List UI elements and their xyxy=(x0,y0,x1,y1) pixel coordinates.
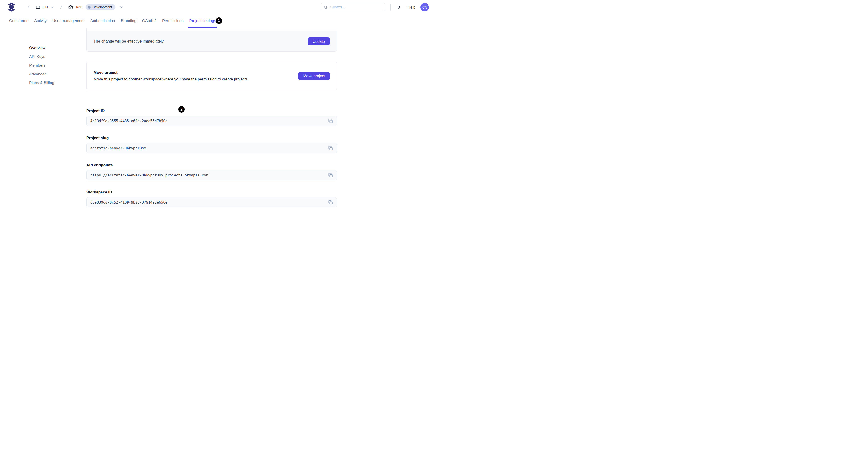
package-icon xyxy=(68,5,73,10)
chevron-down-icon xyxy=(50,5,54,9)
annotation-badge-2: 2 xyxy=(178,106,185,113)
settings-main: The change will be effective immediately… xyxy=(86,28,337,208)
move-project-button[interactable]: Move project xyxy=(298,72,330,80)
sidebar-item-api-keys[interactable]: API Keys xyxy=(29,55,86,59)
move-project-description: Move this project to another workspace w… xyxy=(94,77,249,82)
sidebar-item-plans-billing[interactable]: Plans & Billing xyxy=(29,81,86,85)
project-slug-value: ecstatic-beaver-0hkvpcr3sy xyxy=(90,146,146,150)
project-switcher[interactable]: Test Development xyxy=(68,4,123,10)
tab-branding[interactable]: Branding xyxy=(121,14,137,28)
copy-button[interactable] xyxy=(328,118,333,124)
annotation-badge-1: 1 xyxy=(216,18,222,24)
breadcrumb-separator: / xyxy=(60,4,62,10)
project-slug-field: ecstatic-beaver-0hkvpcr3sy xyxy=(86,143,337,153)
sidebar-item-overview[interactable]: Overview xyxy=(29,46,86,50)
copy-button[interactable] xyxy=(328,200,333,205)
play-button[interactable] xyxy=(396,4,402,10)
copy-button[interactable] xyxy=(328,145,333,151)
copy-icon xyxy=(328,173,333,178)
project-id-value: 4b13df9d-3555-4485-a62a-2adc55d7b50c xyxy=(90,119,167,123)
sidebar-item-members[interactable]: Members xyxy=(29,63,86,68)
update-card-footer: The change will be effective immediately… xyxy=(87,31,337,52)
chevron-down-icon xyxy=(120,5,123,9)
breadcrumb-separator: / xyxy=(27,4,30,10)
environment-label: Development xyxy=(92,5,112,9)
update-card: The change will be effective immediately… xyxy=(86,28,337,52)
ory-console-page: / CB / Test xyxy=(0,0,434,230)
tab-activity[interactable]: Activity xyxy=(34,14,47,28)
update-button[interactable]: Update xyxy=(308,37,330,45)
project-id-label: Project ID xyxy=(86,109,337,113)
api-endpoints-value: https://ecstatic-beaver-0hkvpcr3sy.proje… xyxy=(90,173,208,177)
api-endpoints-field: https://ecstatic-beaver-0hkvpcr3sy.proje… xyxy=(86,170,337,180)
project-name: Test xyxy=(75,5,83,9)
help-link[interactable]: Help xyxy=(408,5,415,9)
environment-dot-icon xyxy=(88,6,91,8)
tab-oauth2[interactable]: OAuth 2 xyxy=(142,14,157,28)
workspace-id-label: Workspace ID xyxy=(86,190,337,195)
ory-logo-icon xyxy=(8,2,16,12)
search-box[interactable] xyxy=(320,3,385,11)
copy-icon xyxy=(328,146,333,151)
tab-permissions[interactable]: Permissions xyxy=(162,14,184,28)
project-slug-section: Project slug ecstatic-beaver-0hkvpcr3sy xyxy=(86,136,337,153)
project-id-field: 4b13df9d-3555-4485-a62a-2adc55d7b50c xyxy=(86,116,337,126)
api-endpoints-label: API endpoints xyxy=(86,163,337,167)
search-icon xyxy=(323,5,328,9)
avatar[interactable]: CN xyxy=(421,3,429,11)
workspace-id-field: 6de839da-8c52-4109-9b28-3791492e650e xyxy=(86,197,337,208)
api-endpoints-section: API endpoints https://ecstatic-beaver-0h… xyxy=(86,163,337,180)
project-id-section: Project ID 4b13df9d-3555-4485-a62a-2adc5… xyxy=(86,109,337,126)
top-header: / CB / Test xyxy=(0,0,434,14)
tab-get-started[interactable]: Get started xyxy=(9,14,29,28)
settings-sidebar: Overview API Keys Members Advanced Plans… xyxy=(0,28,86,89)
workspace-switcher[interactable]: CB xyxy=(36,5,54,9)
content-area: Overview API Keys Members Advanced Plans… xyxy=(0,28,434,208)
move-project-card: Move project Move this project to anothe… xyxy=(86,62,337,90)
workspace-id-section: Workspace ID 6de839da-8c52-4109-9b28-379… xyxy=(86,190,337,208)
tab-project-settings[interactable]: Project settings xyxy=(189,14,216,28)
sidebar-item-advanced[interactable]: Advanced xyxy=(29,72,86,76)
folder-icon xyxy=(36,5,40,9)
workspace-name: CB xyxy=(42,5,48,9)
environment-badge: Development xyxy=(86,4,115,10)
copy-icon xyxy=(328,119,333,123)
play-icon xyxy=(397,5,401,9)
workspace-id-value: 6de839da-8c52-4109-9b28-3791492e650e xyxy=(90,201,167,205)
tab-user-management[interactable]: User management xyxy=(52,14,85,28)
header-divider xyxy=(390,4,391,10)
search-input[interactable] xyxy=(330,5,382,9)
move-project-title: Move project xyxy=(94,70,249,75)
copy-button[interactable] xyxy=(328,172,333,178)
update-note: The change will be effective immediately xyxy=(94,39,163,44)
copy-icon xyxy=(328,200,333,205)
project-slug-label: Project slug xyxy=(86,136,337,141)
tab-authentication[interactable]: Authentication xyxy=(90,14,115,28)
